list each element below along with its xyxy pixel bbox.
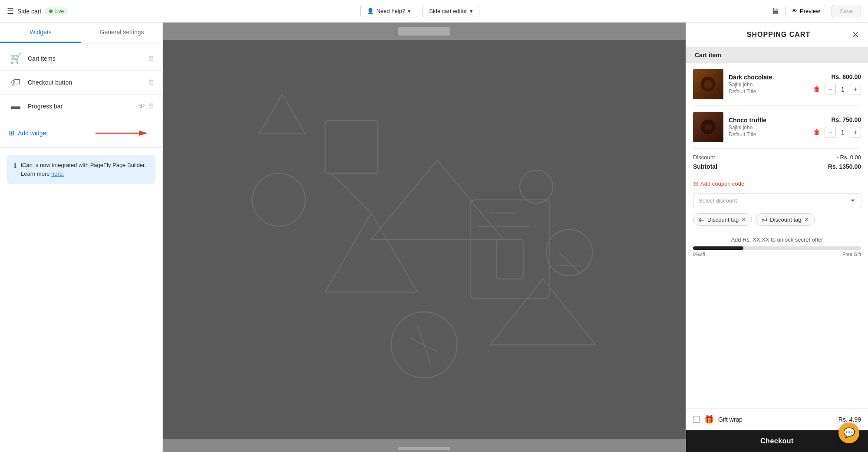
topbar-right: 🖥 👁 Preview Save xyxy=(771,5,861,17)
discount-row: Discount - Rs. 0.00 xyxy=(693,154,861,160)
add-coupon-label: Add coupon code xyxy=(700,180,744,187)
preview-icon: 👁 xyxy=(792,8,797,14)
topbar-center: 👤 Need help? ▾ Side cart editor ▾ xyxy=(73,5,766,17)
widget-actions-checkout-button: ⠿ xyxy=(149,79,154,87)
cart-header: SHOPPING CART ✕ xyxy=(686,23,868,47)
info-icon: ℹ xyxy=(14,161,17,170)
app-title: Side cart xyxy=(17,8,41,15)
cart-item-seller-1: Sajini john xyxy=(729,82,808,88)
topbar: ☰ Side cart Live 👤 Need help? ▾ Side car… xyxy=(0,0,868,23)
cart-item-price-2: Rs. 750.00 xyxy=(832,116,861,123)
canvas-decoration xyxy=(163,40,686,452)
info-link[interactable]: here. xyxy=(51,170,64,177)
qty-value-2: 1 xyxy=(838,129,847,136)
monitor-icon[interactable]: 🖥 xyxy=(771,6,780,16)
tab-general-settings[interactable]: General settings xyxy=(81,23,162,43)
discount-tag-close-2[interactable]: ✕ xyxy=(804,216,809,223)
qty-increase-2[interactable]: + xyxy=(850,127,861,138)
qty-decrease-1[interactable]: − xyxy=(825,84,836,95)
tab-widgets[interactable]: Widgets xyxy=(0,23,81,43)
add-widget-label: Add widget xyxy=(18,130,48,137)
svg-point-21 xyxy=(704,80,713,88)
progress-section: Add Rs. XX.XX to unlock secret offer 0%o… xyxy=(686,231,868,262)
qty-decrease-2[interactable]: − xyxy=(825,127,836,138)
discount-tags: 🏷 Discount tag ✕ 🏷 Discount tag ✕ xyxy=(686,213,868,231)
widget-label-checkout-button: Checkout button xyxy=(28,79,143,86)
info-text-main: iCart is now integrated with PageFly Pag… xyxy=(21,162,146,177)
subtotal-row: Subtotal Rs. 1350.00 xyxy=(693,163,861,170)
widget-actions-progress-bar: 👁 ⠿ xyxy=(138,102,154,111)
svg-marker-10 xyxy=(490,279,596,345)
widget-actions-cart-items: ⠿ xyxy=(149,55,154,63)
discount-tag-2: 🏷 Discount tag ✕ xyxy=(756,213,815,226)
cart-item: Choco truffle Sajini john Default Title … xyxy=(693,106,861,149)
widget-list: 🛒 Cart items ⠿ 🏷 Checkout button ⠿ ▬ Pro… xyxy=(0,43,162,122)
select-discount[interactable]: Select discount xyxy=(693,193,861,208)
cart-item-right-2: Rs. 750.00 🗑 − 1 + xyxy=(813,116,861,138)
cart-title: SHOPPING CART xyxy=(705,31,852,39)
help-button[interactable]: 👤 Need help? ▾ xyxy=(360,5,418,17)
add-coupon-row[interactable]: ⊕ Add coupon code xyxy=(686,180,868,188)
sidebar-tabs: Widgets General settings xyxy=(0,23,162,43)
svg-rect-15 xyxy=(325,121,378,174)
cart-panel: SHOPPING CART ✕ Cart item Dark chocola xyxy=(686,23,868,452)
save-button[interactable]: Save xyxy=(832,5,861,17)
cart-item-variant-2: Default Title xyxy=(729,131,808,138)
gift-icon: 🎁 xyxy=(704,415,714,424)
help-chevron-icon: ▾ xyxy=(408,8,411,14)
svg-line-16 xyxy=(332,174,371,213)
chat-bubble-icon: 💬 xyxy=(843,427,855,439)
help-label: Need help? xyxy=(376,8,406,14)
gift-wrap-price: Rs. 4.99 xyxy=(838,416,861,423)
cart-item: Dark chocolate Sajini john Default Title… xyxy=(693,63,861,106)
drag-icon-cart-items[interactable]: ⠿ xyxy=(149,55,154,63)
add-widget-icon: ⊞ xyxy=(9,129,14,137)
live-badge: Live xyxy=(45,7,68,15)
add-widget-row[interactable]: ⊞ Add widget xyxy=(0,122,162,144)
preview-button[interactable]: 👁 Preview xyxy=(785,5,826,17)
drag-icon-checkout-button[interactable]: ⠿ xyxy=(149,79,154,87)
widget-item-cart-items[interactable]: 🛒 Cart items ⠿ xyxy=(0,47,162,71)
canvas-bottom-bar xyxy=(163,439,686,452)
subtotal-value: Rs. 1350.00 xyxy=(828,163,861,170)
svg-rect-8 xyxy=(497,239,523,279)
widget-item-progress-bar[interactable]: ▬ Progress bar 👁 ⠿ xyxy=(0,95,162,118)
svg-point-2 xyxy=(253,174,306,226)
progress-end-label: Free Gift xyxy=(842,252,861,257)
checkout-button-icon: 🏷 xyxy=(9,77,23,88)
discount-tag-1: 🏷 Discount tag ✕ xyxy=(693,213,752,226)
eye-icon-progress-bar[interactable]: 👁 xyxy=(138,102,145,110)
qty-value-1: 1 xyxy=(838,86,847,93)
drag-icon-progress-bar[interactable]: ⠿ xyxy=(149,102,154,111)
widget-label-cart-items: Cart items xyxy=(28,55,143,62)
progress-fill xyxy=(693,246,743,250)
canvas-area xyxy=(163,23,686,452)
cart-item-name-2: Choco truffle xyxy=(729,117,808,124)
cart-close-button[interactable]: ✕ xyxy=(852,29,859,40)
progress-markers: 0%off Free Gift xyxy=(693,252,861,257)
delete-button-1[interactable]: 🗑 xyxy=(813,85,820,93)
tag-icon-1: 🏷 xyxy=(699,216,705,223)
editor-label: Side cart editor xyxy=(429,8,467,14)
cart-section-header: Cart item xyxy=(686,47,868,63)
delete-button-2[interactable]: 🗑 xyxy=(813,128,820,136)
gift-wrap-checkbox[interactable] xyxy=(693,416,700,423)
widget-item-checkout-button[interactable]: 🏷 Checkout button ⠿ xyxy=(0,71,162,95)
cart-item-image-2 xyxy=(693,112,723,142)
subtotal-label: Subtotal xyxy=(693,163,717,170)
cart-item-image-1 xyxy=(693,69,723,99)
arrow-indicator xyxy=(96,129,148,138)
discount-tag-close-1[interactable]: ✕ xyxy=(741,216,746,223)
cart-item-price-1: Rs. 600.00 xyxy=(832,73,861,80)
editor-button[interactable]: Side cart editor ▾ xyxy=(422,5,479,17)
discount-tag-label-2: Discount tag xyxy=(770,216,801,223)
live-label: Live xyxy=(54,8,64,14)
preview-label: Preview xyxy=(800,8,820,14)
cart-item-name-1: Dark chocolate xyxy=(729,74,808,81)
canvas-scrollbar[interactable] xyxy=(398,447,450,450)
chat-bubble[interactable]: 💬 xyxy=(838,423,859,443)
qty-increase-1[interactable]: + xyxy=(850,84,861,95)
sidebar: Widgets General settings 🛒 Cart items ⠿ … xyxy=(0,23,163,452)
hamburger-icon[interactable]: ☰ xyxy=(7,7,14,16)
gift-wrap-label: Gift wrap xyxy=(718,416,834,423)
